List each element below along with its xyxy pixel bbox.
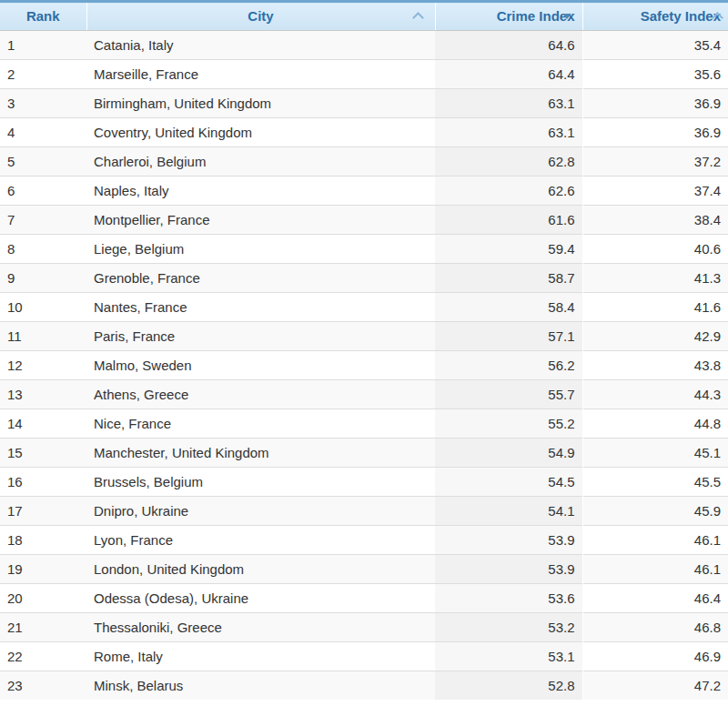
- safety-index-cell: 41.3: [582, 264, 728, 293]
- city-cell: Minsk, Belarus: [86, 671, 435, 701]
- table-row: 11Paris, France57.142.9: [0, 322, 728, 351]
- crime-index-cell: 56.2: [435, 351, 582, 380]
- rank-cell: 10: [0, 293, 86, 322]
- city-cell: Marseille, France: [86, 60, 435, 89]
- table-row: 20Odessa (Odesa), Ukraine53.646.4: [0, 584, 728, 613]
- table-row: 7Montpellier, France61.638.4: [0, 206, 728, 235]
- crime-index-table-container: Rank City Crime Index Safety Index 1Cata…: [0, 0, 728, 700]
- crime-index-cell: 64.4: [435, 60, 582, 89]
- table-row: 9Grenoble, France58.741.3: [0, 264, 728, 293]
- table-row: 12Malmo, Sweden56.243.8: [0, 351, 728, 380]
- table-row: 18Lyon, France53.946.1: [0, 526, 728, 555]
- column-header-crime-index[interactable]: Crime Index: [435, 2, 582, 31]
- rank-cell: 21: [0, 613, 86, 642]
- crime-index-cell: 53.2: [435, 613, 582, 642]
- column-header-rank[interactable]: Rank: [0, 2, 86, 31]
- rank-cell: 7: [0, 206, 86, 235]
- crime-index-cell: 54.1: [435, 497, 582, 526]
- rank-cell: 20: [0, 584, 86, 613]
- column-header-rank-label: Rank: [26, 8, 60, 24]
- safety-index-cell: 37.4: [582, 176, 728, 206]
- safety-index-cell: 35.6: [582, 60, 728, 89]
- safety-index-cell: 46.1: [582, 555, 728, 584]
- city-cell: Manchester, United Kingdom: [86, 439, 435, 468]
- rank-cell: 1: [0, 31, 86, 60]
- safety-index-cell: 36.9: [582, 118, 728, 147]
- city-cell: Rome, Italy: [86, 642, 435, 671]
- crime-index-cell: 61.6: [435, 206, 582, 235]
- table-row: 5Charleroi, Belgium62.837.2: [0, 147, 728, 176]
- crime-index-cell: 53.6: [435, 584, 582, 613]
- city-cell: Nantes, France: [86, 293, 435, 322]
- safety-index-cell: 44.3: [582, 380, 728, 409]
- crime-index-cell: 53.1: [435, 642, 582, 671]
- sort-desc-icon: [562, 14, 571, 19]
- crime-index-cell: 62.8: [435, 147, 582, 176]
- table-row: 1Catania, Italy64.635.4: [0, 31, 728, 60]
- rank-cell: 12: [0, 351, 86, 380]
- safety-index-cell: 47.2: [582, 671, 728, 701]
- table-row: 15Manchester, United Kingdom54.945.1: [0, 439, 728, 468]
- city-cell: Paris, France: [86, 322, 435, 351]
- city-cell: Nice, France: [86, 409, 435, 439]
- city-cell: Grenoble, France: [86, 264, 435, 293]
- city-cell: Charleroi, Belgium: [86, 147, 435, 176]
- crime-index-cell: 63.1: [435, 118, 582, 147]
- table-row: 10Nantes, France58.441.6: [0, 293, 728, 322]
- safety-index-cell: 42.9: [582, 322, 728, 351]
- table-row: 16Brussels, Belgium54.545.5: [0, 468, 728, 497]
- rank-cell: 2: [0, 60, 86, 89]
- crime-index-cell: 62.6: [435, 176, 582, 206]
- rank-cell: 5: [0, 147, 86, 176]
- safety-index-cell: 46.8: [582, 613, 728, 642]
- safety-index-cell: 35.4: [582, 31, 728, 60]
- crime-index-cell: 58.4: [435, 293, 582, 322]
- city-cell: Montpellier, France: [86, 206, 435, 235]
- table-row: 14Nice, France55.244.8: [0, 409, 728, 439]
- column-header-city[interactable]: City: [86, 2, 435, 31]
- city-cell: London, United Kingdom: [86, 555, 435, 584]
- rank-cell: 3: [0, 89, 86, 118]
- safety-index-cell: 43.8: [582, 351, 728, 380]
- crime-index-cell: 57.1: [435, 322, 582, 351]
- crime-index-cell: 53.9: [435, 555, 582, 584]
- crime-index-cell: 59.4: [435, 235, 582, 264]
- city-cell: Naples, Italy: [86, 176, 435, 206]
- safety-index-cell: 46.1: [582, 526, 728, 555]
- column-header-safety-index[interactable]: Safety Index: [582, 2, 728, 31]
- city-cell: Dnipro, Ukraine: [86, 497, 435, 526]
- safety-index-cell: 45.9: [582, 497, 728, 526]
- crime-index-cell: 52.8: [435, 671, 582, 701]
- crime-index-cell: 54.9: [435, 439, 582, 468]
- city-cell: Malmo, Sweden: [86, 351, 435, 380]
- table-body: 1Catania, Italy64.635.42Marseille, Franc…: [0, 31, 728, 701]
- crime-index-table: Rank City Crime Index Safety Index 1Cata…: [0, 0, 728, 700]
- city-cell: Athens, Greece: [86, 380, 435, 409]
- rank-cell: 15: [0, 439, 86, 468]
- crime-index-cell: 64.6: [435, 31, 582, 60]
- table-row: 23Minsk, Belarus52.847.2: [0, 671, 728, 701]
- table-header: Rank City Crime Index Safety Index: [0, 2, 728, 31]
- rank-cell: 22: [0, 642, 86, 671]
- city-cell: Lyon, France: [86, 526, 435, 555]
- rank-cell: 16: [0, 468, 86, 497]
- rank-cell: 6: [0, 176, 86, 206]
- city-cell: Brussels, Belgium: [86, 468, 435, 497]
- rank-cell: 17: [0, 497, 86, 526]
- table-row: 6Naples, Italy62.637.4: [0, 176, 728, 206]
- safety-index-cell: 37.2: [582, 147, 728, 176]
- rank-cell: 23: [0, 671, 86, 701]
- city-cell: Odessa (Odesa), Ukraine: [86, 584, 435, 613]
- table-row: 22Rome, Italy53.146.9: [0, 642, 728, 671]
- table-row: 13Athens, Greece55.744.3: [0, 380, 728, 409]
- safety-index-cell: 46.4: [582, 584, 728, 613]
- safety-index-cell: 44.8: [582, 409, 728, 439]
- city-cell: Thessaloniki, Greece: [86, 613, 435, 642]
- crime-index-cell: 53.9: [435, 526, 582, 555]
- column-header-safety-index-label: Safety Index: [641, 8, 721, 24]
- crime-index-cell: 63.1: [435, 89, 582, 118]
- safety-index-cell: 46.9: [582, 642, 728, 671]
- crime-index-cell: 58.7: [435, 264, 582, 293]
- table-row: 2Marseille, France64.435.6: [0, 60, 728, 89]
- rank-cell: 9: [0, 264, 86, 293]
